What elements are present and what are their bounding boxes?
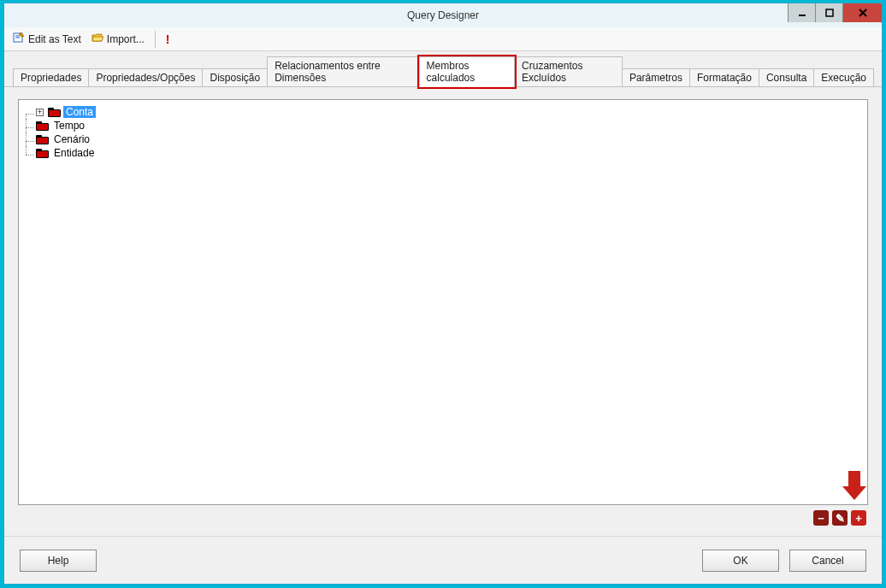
dimension-tree: +ContaTempoCenárioEntidade: [26, 105, 860, 160]
tab-label: Cruzamentos Excluídos: [522, 60, 582, 84]
tab-consulta[interactable]: Consulta: [759, 68, 814, 86]
tree-item[interactable]: Tempo: [26, 119, 860, 132]
tree-item[interactable]: Entidade: [26, 146, 860, 160]
tab-propriedades[interactable]: Propriedades: [13, 68, 89, 86]
minus-icon: −: [818, 512, 824, 525]
tab-label: Membros calculados: [427, 60, 475, 84]
help-button[interactable]: Help: [20, 550, 97, 572]
query-designer-window: Query Designer Edit as Text Import...: [3, 3, 883, 585]
tree-item-label: Entidade: [51, 147, 97, 159]
folder-icon: [48, 108, 61, 117]
svg-rect-1: [826, 9, 833, 16]
warning-icon[interactable]: !: [162, 32, 174, 46]
dialog-footer: Help OK Cancel: [4, 536, 882, 584]
import-button[interactable]: Import...: [88, 31, 148, 47]
remove-member-button[interactable]: −: [813, 510, 829, 526]
minimize-button[interactable]: [788, 3, 815, 22]
tree-item[interactable]: +Conta: [26, 105, 860, 119]
edit-member-button[interactable]: ✎: [832, 510, 848, 526]
tab-execu-o[interactable]: Execução: [813, 68, 874, 86]
dimension-tree-pane[interactable]: +ContaTempoCenárioEntidade: [18, 99, 868, 505]
folder-icon: [36, 149, 49, 158]
tree-item-label: Cenário: [51, 133, 92, 145]
cancel-button[interactable]: Cancel: [789, 550, 866, 572]
pencil-icon: ✎: [836, 512, 845, 525]
action-icon-row: − ✎ +: [18, 505, 868, 527]
edit-as-text-button[interactable]: Edit as Text: [9, 30, 85, 48]
tab-label: Parâmetros: [629, 72, 682, 84]
tab-formata-o[interactable]: Formatação: [689, 68, 759, 86]
tree-item-label: Conta: [63, 106, 96, 118]
tab-disposi-o[interactable]: Disposição: [202, 68, 268, 86]
tab-par-metros[interactable]: Parâmetros: [622, 68, 690, 86]
folder-icon: [36, 135, 49, 144]
tab-label: Relacionamentos entre Dimensões: [275, 60, 380, 84]
tab-propriedades-op-es[interactable]: Propriedades/Opções: [88, 68, 203, 86]
tab-label: Execução: [821, 72, 866, 84]
tab-label: Propriedades/Opções: [96, 72, 195, 84]
toolbar: Edit as Text Import... !: [4, 27, 882, 51]
folder-open-icon: [92, 32, 103, 45]
tab-cruzamentos-exclu-dos[interactable]: Cruzamentos Excluídos: [514, 56, 623, 86]
folder-icon: [36, 121, 49, 131]
tree-item-label: Tempo: [51, 120, 87, 132]
tab-label: Formatação: [697, 72, 752, 84]
content-area: +ContaTempoCenárioEntidade − ✎ +: [4, 87, 882, 536]
edit-as-text-label: Edit as Text: [28, 33, 81, 45]
window-title: Query Designer: [407, 9, 479, 21]
tab-label: Consulta: [766, 72, 806, 84]
tab-relacionamentos-entre-dimens-es[interactable]: Relacionamentos entre Dimensões: [267, 56, 419, 86]
maximize-button[interactable]: [815, 3, 842, 22]
window-controls: [788, 3, 882, 27]
tab-label: Disposição: [210, 72, 260, 84]
titlebar: Query Designer: [4, 3, 882, 27]
plus-icon: +: [855, 512, 862, 525]
ok-button[interactable]: OK: [702, 550, 779, 572]
tab-membros-calculados[interactable]: Membros calculados: [419, 56, 516, 87]
import-label: Import...: [107, 33, 145, 45]
tab-strip: PropriedadesPropriedades/OpçõesDisposiçã…: [4, 51, 882, 87]
close-button[interactable]: [842, 3, 882, 22]
edit-text-icon: [13, 32, 25, 46]
toolbar-separator: [155, 31, 156, 48]
expand-toggle[interactable]: +: [36, 109, 44, 116]
tab-label: Propriedades: [21, 72, 81, 84]
add-member-button[interactable]: +: [851, 510, 866, 526]
tree-item[interactable]: Cenário: [26, 132, 860, 146]
